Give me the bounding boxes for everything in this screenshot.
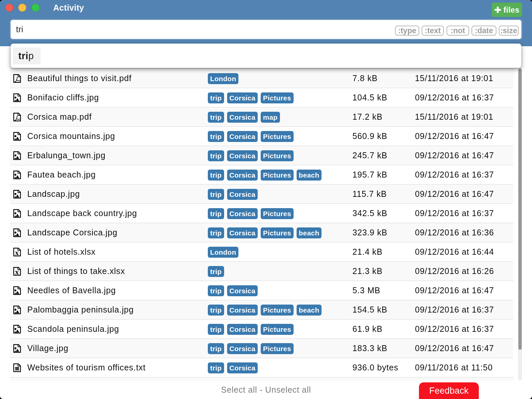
svg-text:x: x — [15, 268, 19, 276]
svg-text:x: x — [15, 248, 19, 257]
